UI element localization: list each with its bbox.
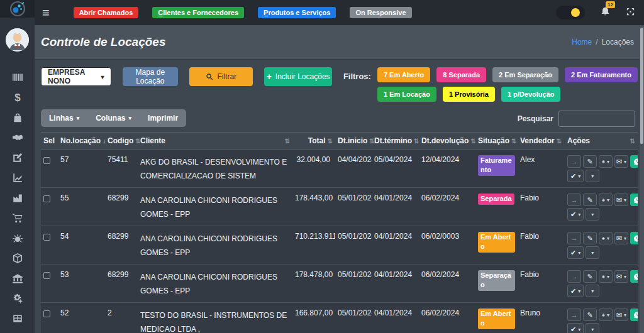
edit-icon	[12, 152, 23, 163]
filter-chip-1[interactable]: 8 Separada	[436, 67, 486, 82]
whatsapp-button[interactable]	[630, 270, 638, 283]
sidebar-item-edit[interactable]	[0, 148, 35, 168]
column-header-dt_inicio[interactable]: Dt.inicio⇅	[335, 133, 372, 150]
whatsapp-button[interactable]	[630, 308, 638, 321]
edit-button[interactable]: ✎	[583, 270, 597, 283]
sidebar-item-barcode[interactable]	[0, 67, 35, 87]
sidebar-item-chart[interactable]	[0, 168, 35, 188]
filter-chip-2[interactable]: 2 Em Separação	[492, 67, 558, 82]
filter-chip-0[interactable]: 7 Em Aberto	[377, 67, 430, 82]
menu-toggle-button[interactable]: ≡	[42, 6, 50, 19]
row-select-checkbox[interactable]	[43, 272, 50, 279]
edit-button[interactable]: ✎	[583, 194, 597, 206]
filter-chip-6[interactable]: 1 p/Devolução	[501, 87, 561, 102]
navbar-button-3[interactable]: On Responsive	[350, 7, 411, 18]
approve-dropdown-button[interactable]: ✔▾	[567, 323, 584, 333]
avatar[interactable]	[6, 28, 29, 52]
print-dropdown-button[interactable]: ▾	[599, 194, 613, 206]
column-header-vendedor[interactable]: Vendedor⇅	[518, 133, 565, 150]
forward-button[interactable]: →	[567, 155, 581, 168]
map-button[interactable]: Mapa de Locação	[123, 67, 179, 86]
notifications-button[interactable]: 12	[600, 6, 611, 19]
navbar-button-1[interactable]: Clientes e Fornecedores	[152, 7, 244, 18]
column-header-acoes[interactable]: Ações⇅	[565, 133, 638, 150]
column-header-dt_termino[interactable]: Dt.término⇅	[372, 133, 419, 150]
edit-button[interactable]: ✎	[583, 308, 597, 321]
sidebar-item-table[interactable]	[0, 308, 35, 329]
search-input[interactable]	[558, 111, 635, 127]
print-table-button[interactable]: Imprimir	[140, 109, 186, 127]
navbar-button-0[interactable]: Abrir Chamados	[74, 7, 139, 18]
more-dropdown-button[interactable]: ▾	[586, 285, 599, 297]
column-header-sel[interactable]: Sel	[41, 133, 58, 150]
rows-dropdown-button[interactable]: Linhas ▾	[41, 109, 87, 127]
sidebar-item-dollar[interactable]	[0, 87, 35, 107]
approve-dropdown-button[interactable]: ✔▾	[567, 208, 584, 221]
column-header-dt_devolucao[interactable]: Dt.devolução⇅	[419, 133, 475, 150]
edit-button[interactable]: ✎	[583, 232, 597, 244]
navbar-button-2[interactable]: Produtos e Serviços	[258, 7, 336, 18]
more-dropdown-button[interactable]: ▾	[586, 246, 599, 259]
row-select-checkbox[interactable]	[43, 157, 50, 164]
sidebar-item-industry[interactable]	[0, 188, 35, 208]
sidebar-item-bank[interactable]	[0, 268, 35, 288]
more-dropdown-button[interactable]: ▾	[586, 170, 599, 182]
approve-dropdown-button[interactable]: ✔▾	[567, 246, 584, 259]
print-dropdown-button[interactable]: ▾	[599, 308, 613, 321]
row-select-checkbox[interactable]	[43, 310, 50, 317]
filter-chip-5[interactable]: 1 Provisória	[443, 87, 495, 102]
edit-button[interactable]: ✎	[583, 155, 597, 168]
sort-icon[interactable]: ⇅	[630, 138, 635, 145]
email-dropdown-button[interactable]: ✉▾	[614, 270, 628, 283]
approve-dropdown-button[interactable]: ✔▾	[567, 170, 584, 182]
app-logo[interactable]	[0, 0, 35, 18]
email-dropdown-button[interactable]: ✉▾	[614, 155, 628, 168]
sort-icon[interactable]: ⇅	[557, 138, 562, 145]
sidebar-item-print[interactable]	[0, 329, 35, 333]
company-select[interactable]: EMPRESA NONO ▾	[41, 67, 111, 86]
filter-button[interactable]: Filtrar	[189, 67, 253, 86]
fullscreen-button[interactable]	[626, 7, 635, 18]
include-button[interactable]: + Incluir Locações	[264, 67, 332, 86]
row-select-checkbox[interactable]	[43, 234, 50, 241]
email-dropdown-button[interactable]: ✉▾	[614, 194, 628, 206]
vertical-scrollbar[interactable]	[640, 25, 644, 333]
column-header-total[interactable]: Total⇅	[292, 133, 335, 150]
filter-chip-3[interactable]: 2 Em Faturamento	[565, 67, 638, 82]
forward-button[interactable]: →	[567, 270, 581, 283]
edit-icon: ✎	[587, 234, 592, 243]
sort-icon[interactable]: ⇅	[328, 138, 333, 145]
print-dropdown-button[interactable]: ▾	[599, 232, 613, 244]
filter-chip-4[interactable]: 1 Em Locação	[377, 87, 436, 102]
print-dropdown-button[interactable]: ▾	[599, 270, 613, 283]
sidebar-item-handshake[interactable]	[0, 128, 35, 148]
row-select-checkbox[interactable]	[43, 195, 50, 202]
column-header-situacao[interactable]: Situação⇅	[475, 133, 518, 150]
columns-dropdown-button[interactable]: Colunas ▾	[87, 109, 140, 127]
forward-button[interactable]: →	[567, 194, 581, 206]
forward-button[interactable]: →	[567, 308, 581, 321]
email-dropdown-button[interactable]: ✉▾	[614, 308, 628, 321]
sidebar-item-cube[interactable]	[0, 248, 35, 268]
breadcrumb-home-link[interactable]: Home	[572, 38, 592, 46]
sidebar-item-cart[interactable]	[0, 208, 35, 228]
sort-icon[interactable]: ⇅	[511, 138, 516, 145]
whatsapp-button[interactable]	[630, 232, 638, 244]
scrollbar-thumb[interactable]	[640, 28, 643, 144]
column-header-cliente[interactable]: Cliente⇅	[138, 133, 292, 150]
theme-toggle[interactable]	[556, 6, 585, 19]
email-dropdown-button[interactable]: ✉▾	[614, 232, 628, 244]
more-dropdown-button[interactable]: ▾	[586, 208, 599, 221]
forward-button[interactable]: →	[567, 232, 581, 244]
column-header-codigo[interactable]: Codigo⇅	[105, 133, 138, 150]
sidebar-item-bug[interactable]	[0, 228, 35, 248]
approve-dropdown-button[interactable]: ✔▾	[567, 285, 584, 297]
whatsapp-button[interactable]	[630, 194, 638, 206]
whatsapp-button[interactable]	[630, 155, 638, 168]
more-dropdown-button[interactable]: ▾	[586, 323, 599, 333]
column-header-numero[interactable]: No.locação↓	[58, 133, 105, 150]
sidebar-item-bag[interactable]	[0, 107, 35, 128]
print-dropdown-button[interactable]: ▾	[599, 155, 613, 168]
sort-icon[interactable]: ⇅	[285, 138, 290, 145]
sidebar-item-cogs[interactable]	[0, 288, 35, 308]
